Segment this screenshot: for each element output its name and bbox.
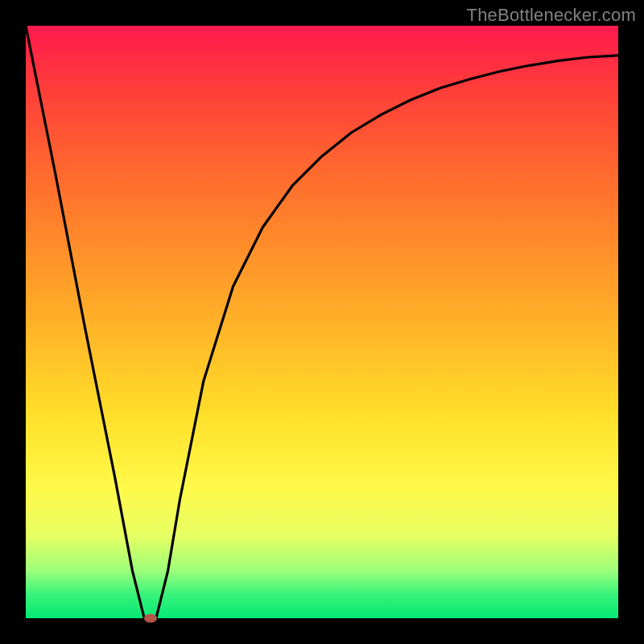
curve-path <box>26 26 618 618</box>
plot-area <box>26 26 618 618</box>
bottleneck-curve <box>26 26 618 618</box>
watermark-text: TheBottlenecker.com <box>467 5 636 26</box>
chart-frame: TheBottlenecker.com <box>0 0 644 644</box>
optimum-marker <box>144 614 157 623</box>
